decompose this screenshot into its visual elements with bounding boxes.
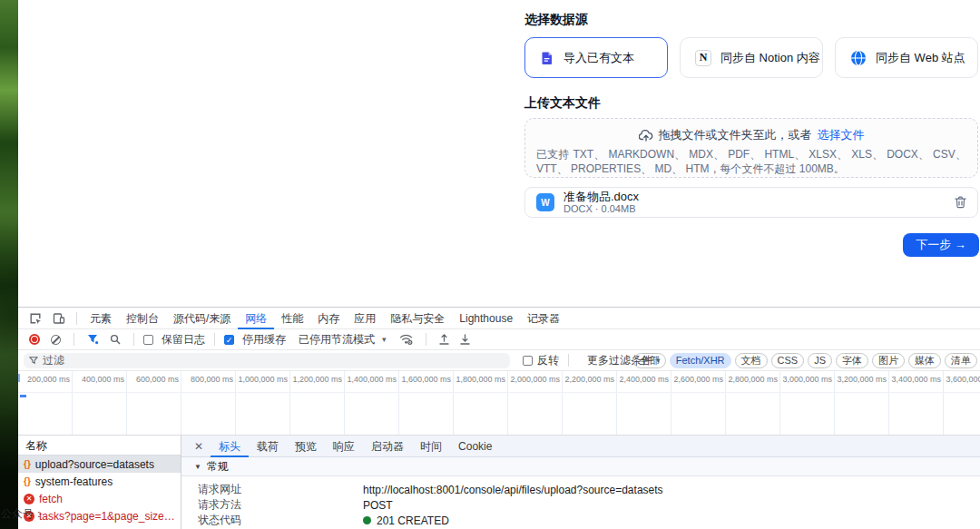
device-toolbar-icon[interactable] bbox=[47, 312, 71, 325]
table-row[interactable]: ✕ tasks?page=1&page_size=1... bbox=[18, 507, 181, 524]
timeline-tick: 2,400,000 ms bbox=[617, 371, 671, 384]
word-file-icon: W bbox=[536, 193, 554, 211]
inspect-element-icon[interactable] bbox=[24, 312, 47, 325]
json-braces-icon: {} bbox=[24, 476, 31, 486]
chip-doc[interactable]: 文档 bbox=[735, 353, 768, 368]
filter-placeholder: 过滤 bbox=[43, 353, 64, 368]
invert-filter-checkbox[interactable] bbox=[523, 356, 533, 366]
timeline-tick: 2,600,000 ms bbox=[671, 371, 725, 384]
preserve-log-label: 保留日志 bbox=[162, 332, 205, 348]
chip-all[interactable]: 全部 bbox=[633, 353, 666, 368]
field-status-code: 状态代码 201 CREATED bbox=[181, 513, 980, 528]
export-har-icon[interactable] bbox=[436, 334, 453, 345]
request-type-chips: 全部 Fetch/XHR 文档 CSS JS 字体 图片 媒体 清单 bbox=[633, 353, 977, 368]
dataset-create-page: 选择数据源 导入已有文本 N 同步自 Notion 内容 bbox=[18, 0, 980, 307]
field-request-method: 请求方法 POST bbox=[181, 497, 980, 513]
timeline-tick: 2,000,000 ms bbox=[508, 371, 562, 384]
request-failed-icon: ✕ bbox=[24, 494, 34, 505]
disable-cache-checkbox[interactable]: ✓ bbox=[224, 335, 234, 345]
timeline-tick: 1,400,000 ms bbox=[345, 371, 398, 384]
timeline-tick: 3,600,000 ms bbox=[944, 371, 980, 384]
chip-js[interactable]: JS bbox=[808, 353, 832, 368]
tab-initiator[interactable]: 启动器 bbox=[363, 436, 412, 457]
table-row[interactable]: {} upload?source=datasets bbox=[18, 456, 181, 473]
tab-sources[interactable]: 源代码/来源 bbox=[166, 308, 238, 329]
option-import-text[interactable]: 导入已有文本 bbox=[524, 37, 668, 78]
general-section-header[interactable]: ▼ 常规 bbox=[181, 457, 980, 476]
tab-preview[interactable]: 预览 bbox=[287, 436, 325, 457]
throttling-select[interactable]: 已停用节流模式 bbox=[299, 332, 375, 348]
network-conditions-icon[interactable] bbox=[396, 334, 416, 345]
file-dropzone[interactable]: 拖拽文件或文件夹至此，或者 选择文件 已支持 TXT、 MARKDOWN、 MD… bbox=[524, 118, 978, 178]
chip-manifest[interactable]: 清单 bbox=[945, 353, 977, 368]
name-column-header[interactable]: 名称 bbox=[18, 436, 181, 456]
option-label: 同步自 Web 站点 bbox=[876, 50, 965, 66]
divider bbox=[133, 333, 134, 346]
timeline-tick: 3,200,000 ms bbox=[835, 371, 888, 384]
preserve-log-checkbox[interactable] bbox=[143, 335, 153, 345]
tab-console[interactable]: 控制台 bbox=[119, 308, 166, 329]
tab-application[interactable]: 应用 bbox=[347, 308, 383, 329]
tab-recorder[interactable]: 记录器 bbox=[520, 308, 567, 329]
browse-files-link[interactable]: 选择文件 bbox=[818, 127, 865, 143]
timeline-tick: 2,800,000 ms bbox=[726, 371, 779, 384]
overview-start-mark bbox=[18, 374, 20, 382]
option-label: 同步自 Notion 内容 bbox=[720, 50, 820, 66]
tab-payload[interactable]: 载荷 bbox=[249, 436, 287, 457]
tab-lighthouse[interactable]: Lighthouse bbox=[452, 308, 520, 329]
chevron-down-icon: ▾ bbox=[382, 335, 387, 344]
timeline-tick: 3,400,000 ms bbox=[889, 371, 943, 384]
datasource-options: 导入已有文本 N 同步自 Notion 内容 同步自 Web 站点 bbox=[524, 37, 978, 78]
field-value: POST bbox=[363, 499, 393, 512]
timeline-tick: 1,800,000 ms bbox=[454, 371, 507, 384]
field-request-url: 请求网址 http://localhost:8001/console/api/f… bbox=[181, 482, 980, 497]
table-row[interactable]: {} system-features bbox=[18, 473, 181, 490]
table-row[interactable]: ✕ fetch bbox=[18, 490, 181, 507]
network-timeline: 200,000 ms 400,000 ms 600,000 ms 800,000… bbox=[18, 371, 980, 435]
tab-privacy-security[interactable]: 隐私与安全 bbox=[383, 308, 452, 329]
chip-fetch-xhr[interactable]: Fetch/XHR bbox=[670, 353, 731, 368]
request-list-panel: 名称 {} upload?source=datasets {} system-f… bbox=[18, 436, 181, 529]
tab-cookie[interactable]: Cookie bbox=[450, 436, 500, 457]
overview-activity-bar bbox=[20, 395, 26, 397]
search-icon[interactable] bbox=[106, 334, 124, 345]
tab-performance[interactable]: 性能 bbox=[274, 308, 310, 329]
close-icon[interactable]: ✕ bbox=[187, 440, 211, 453]
field-label: 请求网址 bbox=[181, 482, 363, 497]
timeline-tick: 2,200,000 ms bbox=[563, 371, 616, 384]
ruler-separator bbox=[18, 392, 980, 393]
timeline-tick: 400,000 ms bbox=[73, 371, 126, 384]
triangle-down-icon: ▼ bbox=[194, 463, 201, 471]
request-failed-icon: ✕ bbox=[24, 511, 34, 522]
clear-network-log-icon[interactable] bbox=[47, 335, 64, 345]
chip-media[interactable]: 媒体 bbox=[908, 353, 941, 368]
filter-input[interactable]: 过滤 bbox=[24, 353, 510, 368]
delete-file-button[interactable] bbox=[955, 196, 966, 209]
timeline-tick: 200,000 ms bbox=[18, 371, 72, 384]
request-name: fetch bbox=[39, 493, 63, 505]
tab-memory[interactable]: 内存 bbox=[310, 308, 347, 329]
record-network-log-icon[interactable] bbox=[25, 334, 44, 345]
chip-css[interactable]: CSS bbox=[771, 353, 805, 368]
divider bbox=[74, 333, 74, 346]
chip-font[interactable]: 字体 bbox=[836, 353, 868, 368]
timeline-tick: 1,600,000 ms bbox=[399, 371, 453, 384]
tab-headers[interactable]: 标头 bbox=[211, 436, 249, 457]
file-meta: DOCX · 0.04MB bbox=[564, 203, 955, 214]
general-section-label: 常规 bbox=[207, 459, 229, 475]
tab-response[interactable]: 响应 bbox=[325, 436, 363, 457]
tab-timing[interactable]: 时间 bbox=[412, 436, 450, 457]
import-har-icon[interactable] bbox=[456, 334, 474, 345]
table-row[interactable]: {} ... bbox=[18, 524, 181, 529]
next-step-button[interactable]: 下一步 → bbox=[903, 233, 979, 257]
filter-funnel-icon[interactable] bbox=[83, 334, 103, 345]
tab-network[interactable]: 网络 bbox=[238, 308, 274, 329]
notion-icon: N bbox=[695, 50, 711, 66]
option-sync-web[interactable]: 同步自 Web 站点 bbox=[835, 37, 978, 78]
upload-cloud-icon bbox=[639, 130, 653, 142]
tab-elements[interactable]: 元素 bbox=[83, 308, 119, 329]
divider bbox=[214, 333, 215, 346]
globe-icon bbox=[850, 50, 867, 66]
option-sync-notion[interactable]: N 同步自 Notion 内容 bbox=[680, 37, 823, 78]
chip-img[interactable]: 图片 bbox=[872, 353, 905, 368]
